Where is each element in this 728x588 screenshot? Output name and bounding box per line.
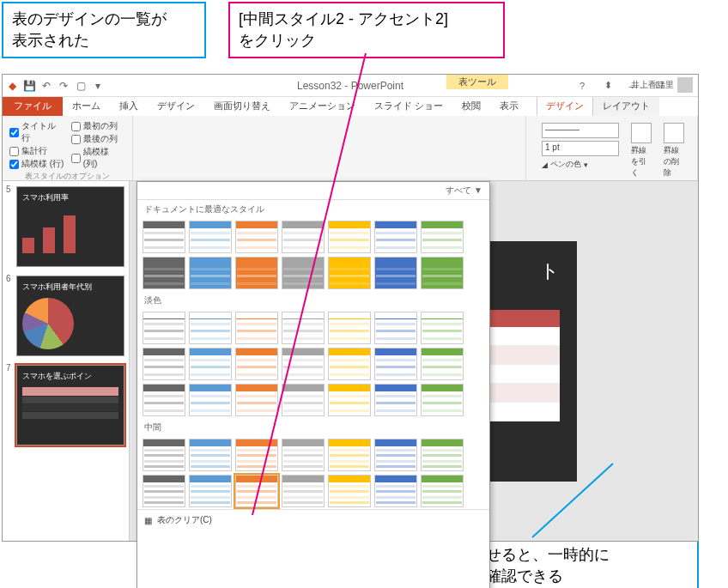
table-style-swatch[interactable]	[143, 348, 185, 380]
quick-access-toolbar: ◆ 💾 ↶ ↷ ▢ ▾	[6, 80, 104, 92]
table-style-swatch[interactable]	[328, 221, 371, 253]
slides-pane[interactable]: 5 スマホ利用率 6 スマホ利用者年代別 7 スマホを選ぶポイン	[3, 181, 130, 541]
table-style-swatch[interactable]	[189, 221, 232, 253]
thumb-6[interactable]: 6 スマホ利用者年代別	[8, 276, 124, 356]
pen-weight-combo[interactable]: 1 pt	[542, 141, 619, 156]
table-style-swatch[interactable]	[282, 221, 325, 253]
table-style-swatch[interactable]	[143, 475, 185, 507]
tab-home[interactable]: ホーム	[63, 96, 110, 116]
erase-border-button[interactable]: 罫線の削除	[664, 123, 684, 179]
table-style-swatch[interactable]	[282, 439, 325, 471]
thumb-img: スマホを選ぶポイン	[16, 365, 124, 446]
thumb-num: 5	[6, 185, 11, 194]
table-style-swatch[interactable]	[374, 384, 417, 416]
thumb-5[interactable]: 5 スマホ利用率	[8, 186, 124, 267]
qat-customize-icon[interactable]: ▾	[92, 80, 104, 92]
table-style-swatch[interactable]	[235, 312, 278, 344]
tab-table-layout[interactable]: レイアウト	[593, 96, 659, 116]
chk-last-col[interactable]: 最後の列	[71, 133, 125, 145]
group-table-styles	[133, 116, 526, 180]
table-style-swatch[interactable]	[189, 384, 232, 416]
table-style-swatch[interactable]	[421, 475, 464, 507]
table-style-swatch[interactable]	[328, 312, 371, 344]
table-style-swatch[interactable]	[282, 257, 325, 289]
table-style-swatch[interactable]	[282, 475, 325, 507]
table-style-swatch[interactable]	[189, 475, 232, 507]
tab-design[interactable]: デザイン	[148, 96, 204, 116]
help-icon[interactable]: ?	[571, 78, 593, 94]
group-style-options: タイトル行 集計行 縞模様 (行) 最初の列 最後の列 縞模様 (列) 表スタイ…	[3, 116, 133, 180]
tab-table-design[interactable]: デザイン	[537, 96, 593, 116]
tab-transitions[interactable]: 画面切り替え	[204, 96, 280, 116]
table-style-swatch[interactable]	[328, 257, 371, 289]
table-style-swatch[interactable]	[374, 475, 417, 507]
tab-slideshow[interactable]: スライド ショー	[365, 96, 452, 116]
table-style-swatch[interactable]	[421, 439, 464, 471]
contextual-tab-title: 表ツール	[446, 75, 508, 89]
table-style-swatch[interactable]	[374, 348, 417, 380]
table-style-swatch[interactable]	[189, 312, 232, 344]
table-style-swatch[interactable]	[235, 257, 278, 289]
table-style-swatch[interactable]	[421, 348, 464, 380]
chk-total-row[interactable]: 集計行	[9, 145, 64, 157]
table-style-swatch[interactable]	[235, 384, 278, 416]
gallery-filter[interactable]: すべて ▼	[446, 185, 482, 197]
section-medium: 中間	[137, 418, 489, 437]
table-style-swatch[interactable]	[374, 257, 417, 289]
table-style-swatch[interactable]	[143, 257, 185, 289]
clear-table-button[interactable]: ▦ 表のクリア(C)	[137, 509, 489, 530]
chk-banded-row[interactable]: 縞模様 (行)	[9, 158, 64, 170]
tab-review[interactable]: 校閲	[452, 96, 490, 116]
draw-border-button[interactable]: 罫線を引く	[631, 123, 652, 179]
content-area: 5 スマホ利用率 6 スマホ利用者年代別 7 スマホを選ぶポイン	[3, 181, 698, 541]
table-style-swatch[interactable]	[328, 475, 371, 507]
table-style-swatch[interactable]	[282, 348, 325, 380]
table-style-swatch[interactable]	[143, 384, 185, 416]
table-style-swatch[interactable]	[374, 221, 417, 253]
table-style-swatch[interactable]	[282, 312, 325, 344]
tab-view[interactable]: 表示	[490, 96, 528, 116]
table-style-swatch[interactable]	[235, 221, 278, 253]
eraser-icon	[664, 123, 684, 143]
tab-file[interactable]: ファイル	[3, 96, 63, 116]
table-style-swatch[interactable]	[143, 439, 185, 471]
pie-chart-icon	[22, 298, 74, 349]
clear-icon: ▦	[144, 516, 152, 525]
table-style-swatch[interactable]	[421, 384, 464, 416]
table-style-swatch[interactable]	[282, 384, 325, 416]
table-style-swatch[interactable]	[143, 221, 185, 253]
avatar	[677, 77, 693, 93]
table-style-swatch[interactable]	[421, 312, 464, 344]
titlebar: ◆ 💾 ↶ ↷ ▢ ▾ 表ツール Lesson32 - PowerPoint ?…	[3, 75, 698, 97]
table-style-swatch[interactable]	[374, 439, 417, 471]
table-style-swatch[interactable]	[421, 257, 464, 289]
chk-first-col[interactable]: 最初の列	[71, 120, 125, 132]
pen-style-combo[interactable]: ————	[542, 123, 619, 138]
redo-icon[interactable]: ↷	[58, 80, 70, 92]
thumb-num: 6	[6, 274, 11, 283]
table-style-swatch[interactable]	[374, 312, 417, 344]
table-style-swatch[interactable]	[328, 348, 371, 380]
table-style-swatch[interactable]	[235, 439, 278, 471]
tab-insert[interactable]: 挿入	[110, 96, 148, 116]
chk-banded-col[interactable]: 縞模様 (列)	[71, 146, 125, 170]
pen-color-button[interactable]: ◢ ペンの色 ▾	[542, 159, 619, 170]
chk-header-row[interactable]: タイトル行	[9, 120, 64, 144]
undo-icon[interactable]: ↶	[40, 80, 52, 92]
table-style-swatch[interactable]	[328, 384, 371, 416]
save-icon[interactable]: 💾	[23, 80, 35, 92]
table-style-swatch[interactable]	[421, 221, 464, 253]
table-style-swatch[interactable]	[143, 312, 185, 344]
table-style-swatch[interactable]	[235, 348, 278, 380]
table-style-medium2-accent2[interactable]	[235, 475, 278, 507]
user-area[interactable]: 井上香緒里	[631, 77, 693, 93]
thumb-7[interactable]: 7 スマホを選ぶポイン	[8, 365, 124, 446]
start-icon[interactable]: ▢	[75, 80, 87, 92]
table-style-swatch[interactable]	[189, 439, 232, 471]
table-style-swatch[interactable]	[189, 257, 232, 289]
thumb-img: スマホ利用率	[16, 186, 124, 267]
table-style-swatch[interactable]	[328, 439, 371, 471]
tab-animations[interactable]: アニメーション	[280, 96, 365, 116]
ribbon-options-icon[interactable]: ⬍	[597, 78, 619, 94]
table-style-swatch[interactable]	[189, 348, 232, 380]
